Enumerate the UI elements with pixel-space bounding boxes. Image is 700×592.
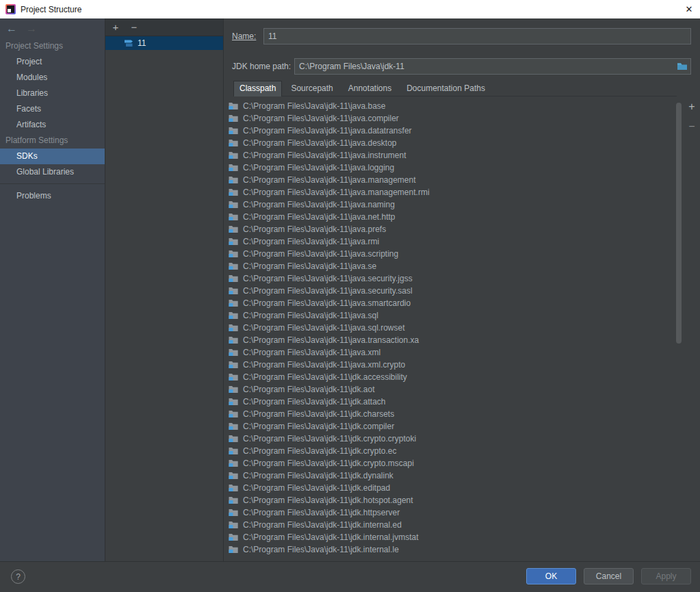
classpath-entry[interactable]: C:\Program Files\Java\jdk-11\jdk.attach	[226, 396, 675, 408]
classpath-scrollbar[interactable]	[676, 103, 682, 344]
classpath-entry[interactable]: C:\Program Files\Java\jdk-11\jdk.interna…	[226, 531, 675, 543]
classpath-entry[interactable]: C:\Program Files\Java\jdk-11\java.sql.ro…	[226, 322, 675, 334]
add-sdk-icon[interactable]: +	[112, 22, 120, 32]
classpath-entry[interactable]: C:\Program Files\Java\jdk-11\java.manage…	[226, 186, 675, 198]
tab-sourcepath[interactable]: Sourcepath	[285, 81, 339, 96]
classpath-entry[interactable]: C:\Program Files\Java\jdk-11\jdk.crypto.…	[226, 457, 675, 469]
jar-directory-icon	[228, 458, 239, 469]
close-icon[interactable]: ✕	[682, 2, 696, 16]
classpath-entry[interactable]: C:\Program Files\Java\jdk-11\java.instru…	[226, 149, 675, 162]
classpath-entry[interactable]: C:\Program Files\Java\jdk-11\jdk.crypto.…	[226, 445, 675, 457]
classpath-entry[interactable]: C:\Program Files\Java\jdk-11\java.manage…	[226, 174, 675, 186]
jar-directory-icon	[228, 544, 239, 555]
classpath-entry[interactable]: C:\Program Files\Java\jdk-11\jdk.compile…	[226, 420, 675, 433]
classpath-entry[interactable]: C:\Program Files\Java\jdk-11\jdk.crypto.…	[226, 433, 675, 445]
classpath-entry-path: C:\Program Files\Java\jdk-11\jdk.hotspot…	[243, 496, 413, 505]
help-icon[interactable]: ?	[11, 569, 25, 584]
classpath-entry[interactable]: C:\Program Files\Java\jdk-11\java.datatr…	[226, 125, 675, 137]
classpath-entry-path: C:\Program Files\Java\jdk-11\jdk.interna…	[243, 532, 419, 542]
classpath-entry-path: C:\Program Files\Java\jdk-11\jdk.charset…	[243, 409, 394, 419]
add-classpath-icon[interactable]: +	[688, 101, 695, 112]
classpath-entry[interactable]: C:\Program Files\Java\jdk-11\jdk.accessi…	[226, 371, 675, 383]
sidebar-item-problems[interactable]: Problems	[0, 188, 105, 204]
jar-directory-icon	[228, 248, 239, 259]
remove-classpath-icon[interactable]: −	[688, 121, 695, 132]
classpath-entry[interactable]: C:\Program Files\Java\jdk-11\jdk.interna…	[226, 519, 675, 531]
sidebar-item-project[interactable]: Project	[0, 54, 105, 70]
jar-directory-icon	[228, 359, 239, 370]
classpath-entry[interactable]: C:\Program Files\Java\jdk-11\java.script…	[226, 248, 675, 260]
classpath-entry-path: C:\Program Files\Java\jdk-11\java.transa…	[243, 335, 419, 345]
classpath-entry[interactable]: C:\Program Files\Java\jdk-11\java.se	[226, 260, 675, 272]
sidebar-item-libraries[interactable]: Libraries	[0, 86, 105, 101]
sidebar-item-global-libraries[interactable]: Global Libraries	[0, 164, 105, 180]
sidebar-divider	[0, 183, 105, 184]
back-arrow-icon[interactable]: ←	[6, 23, 17, 34]
sidebar-item-sdks[interactable]: SDKs	[0, 149, 105, 164]
apply-button[interactable]: Apply	[641, 568, 691, 584]
classpath-entry[interactable]: C:\Program Files\Java\jdk-11\java.deskto…	[226, 137, 675, 149]
forward-arrow-icon[interactable]: →	[26, 23, 37, 34]
classpath-entry[interactable]: C:\Program Files\Java\jdk-11\jdk.editpad	[226, 482, 675, 494]
classpath-entry-path: C:\Program Files\Java\jdk-11\java.sql	[243, 311, 378, 320]
jar-directory-icon	[228, 409, 239, 420]
classpath-entry[interactable]: C:\Program Files\Java\jdk-11\java.naming	[226, 198, 675, 211]
classpath-entry[interactable]: C:\Program Files\Java\jdk-11\java.prefs	[226, 223, 675, 235]
sidebar-item-artifacts[interactable]: Artifacts	[0, 117, 105, 133]
classpath-entry-path: C:\Program Files\Java\jdk-11\java.script…	[243, 249, 398, 259]
cancel-button[interactable]: Cancel	[584, 568, 634, 584]
name-input[interactable]	[263, 28, 691, 44]
classpath-entry[interactable]: C:\Program Files\Java\jdk-11\java.base	[226, 100, 675, 112]
classpath-entry-path: C:\Program Files\Java\jdk-11\java.manage…	[243, 175, 416, 185]
browse-folder-icon[interactable]	[677, 61, 688, 72]
jar-directory-icon	[228, 285, 239, 296]
classpath-entry[interactable]: C:\Program Files\Java\jdk-11\java.transa…	[226, 334, 675, 346]
jar-directory-icon	[228, 421, 239, 432]
jar-directory-icon	[228, 211, 239, 222]
classpath-entry[interactable]: C:\Program Files\Java\jdk-11\java.compil…	[226, 112, 675, 125]
sidebar-item-facets[interactable]: Facets	[0, 101, 105, 117]
classpath-entry[interactable]: C:\Program Files\Java\jdk-11\java.xml	[226, 346, 675, 359]
tab-documentation-paths[interactable]: Documentation Paths	[400, 81, 491, 96]
classpath-entry-path: C:\Program Files\Java\jdk-11\jdk.editpad	[243, 483, 390, 493]
classpath-entry[interactable]: C:\Program Files\Java\jdk-11\java.rmi	[226, 235, 675, 248]
jar-directory-icon	[228, 384, 239, 395]
sdk-list-item-11[interactable]: 11	[105, 36, 223, 50]
classpath-entry-path: C:\Program Files\Java\jdk-11\java.xml.cr…	[243, 360, 405, 370]
classpath-entry-path: C:\Program Files\Java\jdk-11\jdk.accessi…	[243, 372, 407, 382]
classpath-entry[interactable]: C:\Program Files\Java\jdk-11\jdk.aot	[226, 383, 675, 396]
classpath-entry-path: C:\Program Files\Java\jdk-11\jdk.attach	[243, 397, 386, 407]
classpath-entry[interactable]: C:\Program Files\Java\jdk-11\jdk.httpser…	[226, 506, 675, 519]
classpath-entry[interactable]: C:\Program Files\Java\jdk-11\java.xml.cr…	[226, 359, 675, 371]
ok-button[interactable]: OK	[526, 568, 576, 584]
classpath-entry[interactable]: C:\Program Files\Java\jdk-11\jdk.interna…	[226, 543, 675, 556]
tab-classpath[interactable]: Classpath	[233, 81, 282, 96]
classpath-entry[interactable]: C:\Program Files\Java\jdk-11\java.loggin…	[226, 162, 675, 174]
jdk-home-path-label: JDK home path:	[232, 58, 291, 75]
classpath-entry[interactable]: C:\Program Files\Java\jdk-11\jdk.interna…	[226, 556, 675, 558]
classpath-entry[interactable]: C:\Program Files\Java\jdk-11\jdk.charset…	[226, 408, 675, 420]
jar-directory-icon	[228, 187, 239, 198]
classpath-entry[interactable]: C:\Program Files\Java\jdk-11\jdk.hotspot…	[226, 494, 675, 506]
classpath-entry[interactable]: C:\Program Files\Java\jdk-11\java.securi…	[226, 285, 675, 297]
jar-directory-icon	[228, 482, 239, 493]
jar-directory-icon	[228, 101, 239, 112]
jar-directory-icon	[228, 372, 239, 383]
sidebar-item-modules[interactable]: Modules	[0, 70, 105, 86]
jar-directory-icon	[228, 236, 239, 247]
classpath-entry-path: C:\Program Files\Java\jdk-11\java.base	[243, 101, 386, 111]
classpath-entry[interactable]: C:\Program Files\Java\jdk-11\java.sql	[226, 309, 675, 322]
classpath-entry[interactable]: C:\Program Files\Java\jdk-11\java.net.ht…	[226, 211, 675, 223]
jdk-home-input[interactable]	[294, 58, 691, 75]
classpath-entry[interactable]: C:\Program Files\Java\jdk-11\java.securi…	[226, 272, 675, 285]
sdk-tabs: Classpath Sourcepath Annotations Documen…	[233, 81, 677, 96]
classpath-entry-path: C:\Program Files\Java\jdk-11\java.rmi	[243, 237, 379, 246]
classpath-entry-path: C:\Program Files\Java\jdk-11\java.smartc…	[243, 298, 411, 308]
tab-annotations[interactable]: Annotations	[342, 81, 398, 96]
remove-sdk-icon[interactable]: −	[130, 22, 138, 32]
classpath-entry[interactable]: C:\Program Files\Java\jdk-11\jdk.dynalin…	[226, 469, 675, 482]
jdk-home-field-wrap	[294, 58, 691, 75]
classpath-entry[interactable]: C:\Program Files\Java\jdk-11\java.smartc…	[226, 297, 675, 309]
classpath-entry-path: C:\Program Files\Java\jdk-11\java.net.ht…	[243, 212, 396, 222]
classpath-entry-path: C:\Program Files\Java\jdk-11\java.compil…	[243, 114, 399, 123]
